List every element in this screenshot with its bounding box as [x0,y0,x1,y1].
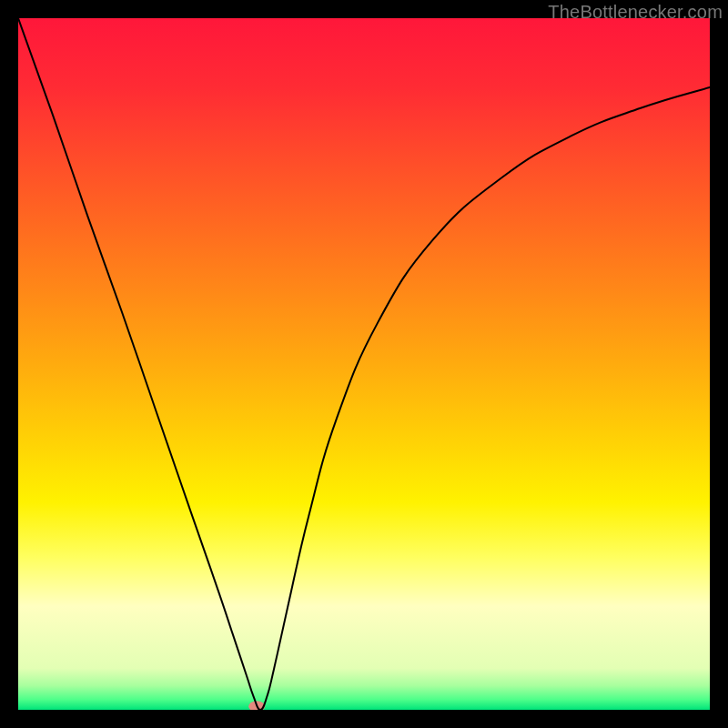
bottleneck-chart [18,18,710,710]
attribution-text: TheBottlenecker.com [548,2,723,23]
plot-background [18,18,710,710]
chart-frame: TheBottlenecker.com [0,0,728,728]
